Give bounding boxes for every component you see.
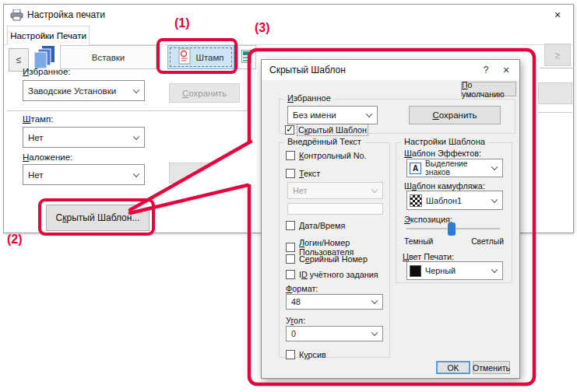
- camouflage-select[interactable]: Шаблон1: [406, 191, 503, 210]
- cancel-button[interactable]: Отменить: [473, 361, 510, 374]
- favorites-select[interactable]: Заводские Установки: [23, 80, 145, 101]
- italic-checkbox[interactable]: Курсив: [286, 350, 326, 359]
- camouflage-label: Шаблон камуфляжа:: [404, 181, 485, 191]
- print-color-value: Черный: [425, 266, 456, 275]
- checkbox-box[interactable]: [286, 221, 295, 230]
- checkbox-box[interactable]: [285, 125, 294, 135]
- overlay-select[interactable]: Нет: [23, 164, 145, 185]
- exposure-dark-label: Темный: [404, 237, 433, 246]
- separator-right: [538, 112, 572, 113]
- format-select[interactable]: 48: [286, 294, 383, 310]
- exposure-light-label: Светлый: [471, 237, 504, 246]
- toolbar-right-divider: [540, 68, 574, 68]
- toolbar-hidden-button-fragment[interactable]: [237, 45, 256, 69]
- chevron-down-icon: [371, 298, 378, 304]
- dialog-favorites-value: Без имени: [293, 110, 336, 120]
- close-icon[interactable]: ×: [498, 63, 515, 77]
- callout-1: (1): [174, 16, 190, 30]
- hidden-pattern-dialog: Скрытый Шаблон ? × По умолчанию Избранно…: [261, 59, 520, 379]
- dialog-favorites-select[interactable]: Без имени: [287, 106, 378, 124]
- effect-label: Шаблон Эффектов:: [404, 149, 481, 158]
- checkbox-box[interactable]: [286, 254, 295, 264]
- print-color-select[interactable]: Черный: [406, 261, 503, 280]
- favorites-label: Избранное:: [23, 67, 70, 76]
- text-select-value: Нет: [293, 186, 307, 195]
- angle-select[interactable]: 0: [286, 326, 383, 341]
- checkbox-box[interactable]: [286, 169, 295, 178]
- toolbar-next-button[interactable]: ≥: [544, 44, 571, 66]
- overlay-settings-button[interactable]: [169, 163, 240, 184]
- stamp-icon: [178, 48, 192, 66]
- serial-number-checkbox[interactable]: Серийный Номер: [286, 254, 368, 264]
- printer-icon: [10, 9, 23, 24]
- dialog-title: Скрытый Шаблон: [269, 60, 346, 80]
- chevron-down-icon: [133, 170, 139, 177]
- hidden-pattern-button-label: Скрытый Шаблон...: [56, 212, 140, 223]
- favorites-group-label: Избранное: [284, 93, 334, 103]
- save-button-label: Сохранить: [182, 89, 227, 98]
- overlay-tab-icon: [241, 50, 252, 65]
- screenshot-canvas: { "annotation": { "color": "#e6003c", "l…: [0, 0, 577, 392]
- angle-label: Угол:: [286, 316, 305, 325]
- defaults-button[interactable]: По умолчанию: [461, 82, 516, 96]
- text-select[interactable]: Нет: [287, 182, 383, 199]
- close-icon[interactable]: ×: [548, 8, 567, 22]
- format-value: 48: [291, 297, 301, 306]
- pattern-settings-group-label: Настройки Шаблона: [401, 137, 488, 146]
- hidden-pattern-checkbox-label: Скрытый Шаблон: [298, 125, 367, 135]
- chevron-down-icon: [491, 267, 498, 273]
- pattern-swatch-icon: [410, 194, 422, 207]
- text-input[interactable]: [287, 203, 383, 215]
- help-icon[interactable]: ?: [477, 63, 494, 77]
- stamp-select[interactable]: Нет: [23, 127, 145, 148]
- toolbar-stamp-label: Штамп: [195, 53, 223, 62]
- window-titlebar: Настройка печати ×: [4, 5, 573, 25]
- exposure-slider[interactable]: [406, 222, 500, 236]
- tab-print-settings[interactable]: Настройки Печати: [7, 26, 90, 45]
- chevron-down-icon: [371, 187, 378, 193]
- letter-a-icon: A: [410, 163, 421, 174]
- pattern-settings-group: Настройки Шаблона Шаблон Эффектов: A Выд…: [396, 142, 512, 283]
- slider-thumb[interactable]: [448, 222, 456, 236]
- stamp-label: Штамп:: [23, 114, 53, 124]
- color-swatch-icon: [410, 265, 421, 277]
- account-job-id-checkbox[interactable]: ID учётного задания: [286, 270, 378, 279]
- chevron-down-icon: [366, 111, 372, 117]
- favorites-value: Заводские Установки: [28, 86, 116, 96]
- effect-value: Выделение знаков: [425, 159, 488, 177]
- toolbar-inserts-button[interactable]: Вставки: [60, 45, 157, 69]
- angle-value: 0: [291, 329, 296, 338]
- effect-select[interactable]: A Выделение знаков: [406, 159, 503, 177]
- chevron-down-icon: [371, 330, 378, 336]
- overlay-label: Наложение:: [23, 152, 72, 162]
- embedded-text-group: Внедрённый Текст Контрольный No. Текст Н…: [279, 142, 390, 358]
- chevron-down-icon: [491, 164, 498, 170]
- callout-2: (2): [7, 233, 23, 247]
- embedded-text-group-label: Внедрённый Текст: [284, 137, 364, 146]
- checkbox-box[interactable]: [286, 270, 295, 279]
- checkbox-box[interactable]: [286, 243, 295, 252]
- print-color-label: Цвет Печати:: [403, 252, 454, 261]
- right-button-fragment[interactable]: [538, 82, 572, 104]
- ok-button[interactable]: OK: [436, 361, 470, 374]
- hidden-pattern-checkbox[interactable]: Скрытый Шаблон: [285, 125, 367, 135]
- control-no-checkbox[interactable]: Контрольный No.: [286, 151, 366, 160]
- checkbox-box[interactable]: [286, 350, 295, 359]
- save-button[interactable]: Сохранить: [169, 83, 240, 103]
- stamp-value: Нет: [28, 133, 44, 142]
- dialog-save-button[interactable]: Сохранить: [409, 106, 501, 124]
- camouflage-value: Шаблон1: [426, 196, 462, 205]
- separator: [7, 110, 248, 111]
- hidden-pattern-button[interactable]: Скрытый Шаблон...: [46, 205, 150, 231]
- chevron-down-icon: [133, 133, 139, 139]
- text-checkbox[interactable]: Текст: [286, 169, 320, 178]
- checkbox-box[interactable]: [286, 151, 295, 160]
- format-label: Формат:: [286, 284, 318, 293]
- dialog-titlebar: Скрытый Шаблон ? ×: [262, 60, 519, 80]
- chevron-down-icon: [491, 196, 498, 202]
- toolbar-stamp-button[interactable]: Штамп: [167, 45, 234, 69]
- window-title: Настройка печати: [27, 5, 105, 25]
- callout-3: (3): [255, 21, 270, 35]
- chevron-down-icon: [133, 86, 139, 93]
- date-time-checkbox[interactable]: Дата/Время: [286, 221, 345, 230]
